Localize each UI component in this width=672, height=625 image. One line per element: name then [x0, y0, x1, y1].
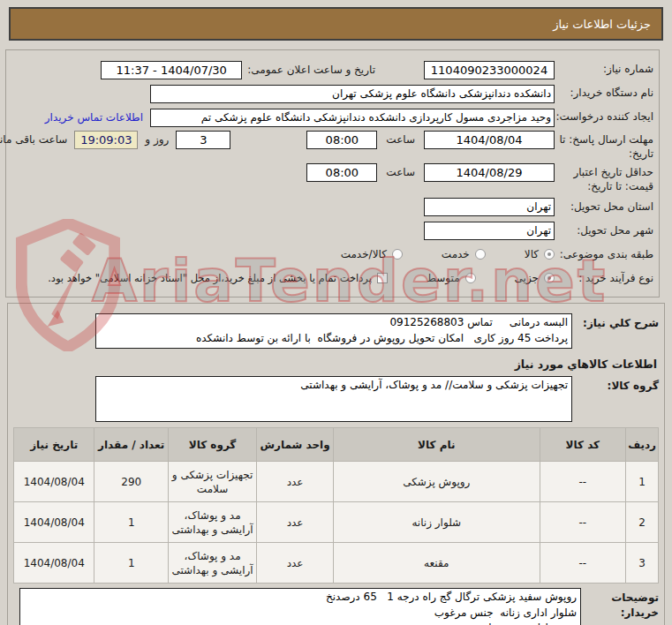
goods-section-header: اطلاعات کالاهاي مورد نیاز	[13, 358, 657, 371]
request-creator-field[interactable]	[150, 109, 555, 127]
goods-group-textarea[interactable]: تجهیزات پزشکی و سلامت// مد و پوشاک، آرای…	[95, 376, 572, 422]
cell-row: 3	[626, 543, 659, 584]
buyer-contact-link[interactable]: اطلاعات تماس خریدار	[45, 111, 143, 124]
price-validity-time-label: ساعت	[386, 163, 415, 178]
radio-option-minor-label: جزیی	[515, 272, 539, 284]
row-price-validity: حداقل تاریخ اعتبار قیمت: تا تاریخ: ساعت	[11, 163, 653, 193]
col-name: نام کالا	[334, 428, 540, 462]
goods-info-section: شرح کلي نیاز: البسه درمانی تماس 09125268…	[7, 303, 665, 625]
cell-date: 1404/08/04	[14, 543, 94, 584]
response-deadline-time-field[interactable]	[306, 131, 377, 149]
countdown-days-field[interactable]	[176, 131, 230, 149]
cell-code: --	[540, 462, 626, 502]
radio-selected-icon[interactable]	[544, 249, 555, 260]
need-description-textarea[interactable]: البسه درمانی تماس 09125268803 پرداخت 45 …	[95, 313, 572, 349]
radio-option-service[interactable]: خدمت	[442, 248, 486, 260]
row-need-description: شرح کلي نیاز: البسه درمانی تماس 09125268…	[13, 313, 659, 349]
price-validity-date-field[interactable]	[424, 163, 555, 182]
radio-selected-icon[interactable]	[544, 273, 555, 283]
row-buyer-notes: توضیحات خریدار: روپوش سفید پزشکی ترگال گ…	[13, 588, 659, 625]
radio-unselected-icon[interactable]	[465, 273, 476, 283]
need-description-label: شرح کلي نیاز:	[572, 313, 659, 330]
checkbox-unchecked-icon[interactable]	[377, 273, 388, 283]
radio-unselected-icon[interactable]	[475, 249, 486, 260]
goods-table-header: ردیف کد کالا نام کالا واحد شمارش گروه کا…	[14, 428, 659, 462]
row-request-creator: ایجاد کننده درخواست: اطلاعات تماس خریدار	[11, 107, 653, 128]
countdown-suffix-label: ساعت باقی مانده	[0, 133, 67, 146]
cell-group: مد و پوشاک، آرایشی و بهداشتی	[168, 502, 256, 543]
cell-quantity: 1	[94, 543, 169, 584]
response-deadline-date-field[interactable]	[424, 131, 555, 149]
cell-code: --	[540, 502, 626, 543]
request-creator-label: ایجاد کننده درخواست:	[555, 110, 653, 124]
radio-unselected-icon[interactable]	[392, 249, 403, 260]
col-group: گروه کالا	[168, 428, 256, 462]
announce-datetime-field[interactable]	[101, 61, 242, 79]
response-deadline-label: مهلت ارسال پاسخ: تا تاریخ:	[555, 131, 653, 161]
row-buyer-org: نام دستگاه خریدار:	[11, 83, 653, 104]
cell-date: 1404/08/04	[14, 502, 94, 543]
table-row: 1 -- روپوش پزشکی عدد تجهیزات پزشکی و سلا…	[14, 462, 659, 502]
radio-option-medium[interactable]: متوسط	[427, 272, 476, 284]
row-goods-group: گروه کالا: تجهیزات پزشکی و سلامت// مد و …	[13, 376, 659, 422]
row-province: استان محل تحویل:	[11, 196, 653, 217]
cell-date: 1404/08/04	[14, 462, 94, 502]
radio-option-goods-label: کالا	[525, 248, 539, 260]
need-number-label: شماره نیاز:	[555, 63, 653, 77]
cell-group: تجهیزات پزشکی و سلامت	[168, 462, 256, 502]
buyer-org-field[interactable]	[150, 85, 555, 103]
city-field[interactable]	[424, 222, 555, 240]
row-subject-classification: طبقه بندی موضوعی: کالا خدمت کالا/خدمت	[11, 244, 653, 265]
province-field[interactable]	[424, 198, 555, 216]
province-label: استان محل تحویل:	[555, 200, 653, 215]
col-code: کد کالا	[540, 428, 626, 462]
announce-datetime-label: تاریخ و ساعت اعلان عمومی:	[247, 64, 375, 76]
page-title: جزئیات اطلاعات نیاز	[9, 7, 663, 41]
radio-option-goods[interactable]: کالا	[525, 248, 555, 260]
cell-name: شلوار زنانه	[334, 502, 540, 543]
col-quantity: تعداد / مقدار	[94, 428, 169, 462]
cell-name: مقنعه	[334, 543, 540, 584]
radio-option-goods-service-label: کالا/خدمت	[341, 248, 387, 260]
cell-unit: عدد	[257, 462, 334, 502]
cell-code: --	[540, 543, 626, 584]
cell-unit: عدد	[257, 543, 334, 584]
subject-classification-label: طبقه بندی موضوعی:	[555, 248, 653, 262]
radio-option-medium-label: متوسط	[427, 272, 460, 284]
treasury-checkbox-item[interactable]: پرداخت تمام یا بخشی از مبلغ خرید،از محل …	[48, 272, 388, 284]
row-city: شهر محل تحویل:	[11, 220, 653, 241]
cell-row: 2	[626, 502, 659, 543]
goods-group-label: گروه کالا:	[572, 376, 659, 393]
page-title-text: جزئیات اطلاعات نیاز	[553, 18, 651, 31]
price-validity-time-field[interactable]	[306, 163, 377, 182]
cell-group: مد و پوشاک، آرایشی و بهداشتی	[168, 543, 256, 584]
need-number-field[interactable]	[424, 61, 555, 79]
buyer-org-label: نام دستگاه خریدار:	[555, 87, 653, 101]
row-need-number: شماره نیاز: تاریخ و ساعت اعلان عمومی:	[11, 59, 653, 80]
radio-option-goods-service[interactable]: کالا/خدمت	[341, 248, 403, 260]
buyer-notes-textarea[interactable]: روپوش سفید پزشکی ترگال گج راه درجه 1 65 …	[19, 588, 581, 625]
table-row: 3 -- مقنعه عدد مد و پوشاک، آرایشی و بهدا…	[14, 543, 659, 584]
col-row: ردیف	[626, 428, 659, 462]
radio-option-minor[interactable]: جزیی	[515, 272, 555, 284]
row-response-deadline: مهلت ارسال پاسخ: تا تاریخ: ساعت روز و 19…	[11, 131, 653, 161]
countdown-days-label: روز و	[145, 133, 169, 146]
treasury-checkbox-label: پرداخت تمام یا بخشی از مبلغ خرید،از محل …	[48, 272, 372, 284]
cell-quantity: 1	[94, 502, 169, 543]
price-validity-label: حداقل تاریخ اعتبار قیمت: تا تاریخ:	[555, 163, 653, 193]
city-label: شهر محل تحویل:	[555, 224, 653, 238]
response-deadline-time-label: ساعت	[386, 131, 415, 146]
need-info-form: شماره نیاز: تاریخ و ساعت اعلان عمومی: نا…	[5, 49, 660, 297]
cell-name: روپوش پزشکی	[334, 462, 540, 502]
cell-quantity: 290	[94, 462, 169, 502]
cell-row: 1	[626, 462, 659, 502]
purchase-type-label: نوع فرآیند خرید :	[555, 272, 653, 286]
countdown-timer: 19:09:03	[74, 131, 138, 149]
cell-unit: عدد	[257, 502, 334, 543]
row-purchase-type: نوع فرآیند خرید : جزیی متوسط پرداخت تمام…	[11, 267, 653, 289]
col-date: تاریخ نیاز	[14, 428, 94, 462]
buyer-notes-label: توضیحات خریدار:	[581, 588, 659, 619]
col-unit: واحد شمارش	[257, 428, 334, 462]
tender-details-page: { "title_bar": { "title": "جزئیات اطلاعا…	[0, 0, 672, 625]
table-row: 2 -- شلوار زنانه عدد مد و پوشاک، آرایشی …	[14, 502, 659, 543]
